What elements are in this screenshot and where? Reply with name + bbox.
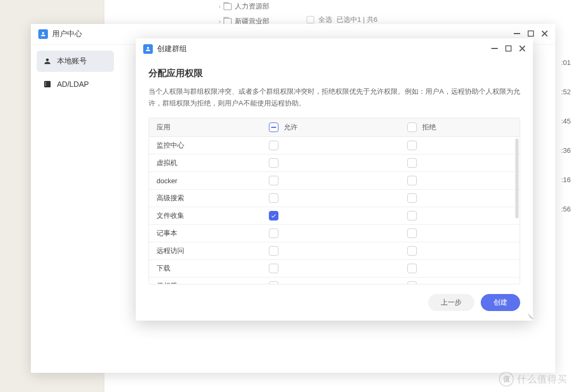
table-row: docker bbox=[149, 172, 520, 190]
tree-folder[interactable]: › 人力资源部 bbox=[219, 0, 269, 13]
deny-checkbox[interactable] bbox=[407, 158, 417, 168]
sidebar-item-ad-ldap[interactable]: AD/LDAP bbox=[37, 74, 114, 94]
create-button[interactable]: 创建 bbox=[481, 294, 520, 311]
watermark: 值 什么值得买 bbox=[499, 372, 568, 387]
deny-checkbox[interactable] bbox=[407, 141, 417, 150]
svg-rect-1 bbox=[528, 31, 533, 36]
resize-handle-icon[interactable] bbox=[524, 312, 531, 319]
user-icon bbox=[143, 44, 153, 54]
table-row: 高级搜索 bbox=[149, 190, 520, 207]
allow-checkbox[interactable] bbox=[269, 264, 278, 273]
svg-rect-3 bbox=[506, 46, 511, 51]
deny-checkbox[interactable] bbox=[407, 246, 417, 256]
column-header-allow: 允许 bbox=[284, 123, 298, 132]
deny-checkbox[interactable] bbox=[407, 193, 417, 203]
sidebar-item-local-account[interactable]: 本地账号 bbox=[37, 51, 114, 72]
allow-checkbox[interactable] bbox=[269, 141, 278, 150]
table-row: 文件收集 bbox=[149, 207, 520, 225]
svg-rect-0 bbox=[514, 33, 520, 34]
allow-checkbox[interactable] bbox=[269, 176, 278, 185]
app-name: docker bbox=[149, 177, 269, 185]
deny-checkbox[interactable] bbox=[407, 211, 417, 220]
sidebar-item-label: AD/LDAP bbox=[57, 80, 89, 88]
window-title: 创建群组 bbox=[157, 44, 187, 54]
app-name: 监控中心 bbox=[149, 141, 269, 150]
table-row: 远程访问 bbox=[149, 242, 520, 260]
window-title: 用户中心 bbox=[52, 29, 82, 39]
deny-all-checkbox[interactable] bbox=[407, 123, 417, 132]
watermark-logo: 值 bbox=[499, 372, 514, 387]
titlebar: 创建群组 bbox=[136, 38, 533, 60]
app-name: 记事本 bbox=[149, 228, 269, 238]
chevron-right-icon: › bbox=[219, 19, 220, 24]
chevron-right-icon: › bbox=[219, 4, 220, 10]
app-name: 远程访问 bbox=[149, 246, 269, 256]
svg-rect-2 bbox=[491, 48, 498, 49]
select-all-label: 全选 bbox=[318, 15, 332, 24]
app-name: 虚拟机 bbox=[149, 158, 269, 168]
minimize-button[interactable] bbox=[491, 44, 498, 54]
table-row: 下载 bbox=[149, 260, 520, 277]
deny-checkbox[interactable] bbox=[407, 264, 417, 273]
maximize-button[interactable] bbox=[505, 44, 512, 54]
close-button[interactable] bbox=[541, 29, 548, 39]
table-row: 记事本 bbox=[149, 225, 520, 242]
user-icon bbox=[43, 57, 52, 66]
allow-checkbox[interactable] bbox=[269, 228, 278, 238]
sidebar-item-label: 本地账号 bbox=[57, 56, 87, 66]
allow-all-checkbox[interactable] bbox=[269, 123, 278, 132]
user-icon bbox=[38, 29, 48, 39]
folder-icon bbox=[224, 3, 232, 10]
folder-label: 人力资源部 bbox=[235, 2, 269, 11]
allow-checkbox[interactable] bbox=[269, 158, 278, 168]
maximize-button[interactable] bbox=[528, 29, 534, 39]
time-column: :01 :52 :45 :36 :16 :56 bbox=[561, 59, 571, 213]
app-name: 文件收集 bbox=[149, 211, 269, 220]
sidebar: 本地账号 AD/LDAP bbox=[31, 45, 120, 373]
page-heading: 分配应用权限 bbox=[149, 67, 520, 79]
address-book-icon bbox=[43, 80, 52, 88]
allow-checkbox[interactable] bbox=[269, 246, 278, 256]
page-description: 当个人权限与群组权限冲突、或者多个群组权限冲突时，拒绝权限优先于允许权限。例如：… bbox=[149, 86, 520, 109]
app-name: 高级搜索 bbox=[149, 193, 269, 203]
deny-checkbox[interactable] bbox=[407, 228, 417, 238]
table-row: 虚拟机 bbox=[149, 154, 520, 172]
scrollbar[interactable] bbox=[515, 138, 519, 218]
column-header-deny: 拒绝 bbox=[422, 123, 436, 132]
allow-checkbox[interactable] bbox=[269, 193, 278, 203]
column-header-app: 应用 bbox=[149, 123, 269, 132]
select-all-checkbox[interactable] bbox=[307, 16, 314, 23]
selection-status: 已选中1 | 共6 bbox=[336, 15, 377, 24]
app-name: 下载 bbox=[149, 264, 269, 273]
deny-checkbox[interactable] bbox=[407, 176, 417, 185]
deny-checkbox[interactable] bbox=[407, 281, 417, 284]
app-name: 极相册 bbox=[149, 281, 269, 284]
close-button[interactable] bbox=[519, 44, 525, 54]
watermark-text: 什么值得买 bbox=[517, 373, 568, 386]
allow-checkbox[interactable] bbox=[269, 281, 278, 284]
table-row: 极相册 bbox=[149, 277, 520, 284]
allow-checkbox[interactable] bbox=[269, 211, 278, 220]
table-row: 监控中心 bbox=[149, 137, 520, 154]
permission-table: 应用 允许 拒绝 监控中心虚拟机docker高级搜索文件收集记事本远程访问下载极… bbox=[149, 118, 520, 284]
minimize-button[interactable] bbox=[514, 29, 520, 39]
create-group-window: 创建群组 分配应用权限 当个人权限与群组权限冲突、或者多个群组权限冲突时，拒绝权… bbox=[136, 38, 533, 321]
previous-button[interactable]: 上一步 bbox=[428, 294, 474, 311]
